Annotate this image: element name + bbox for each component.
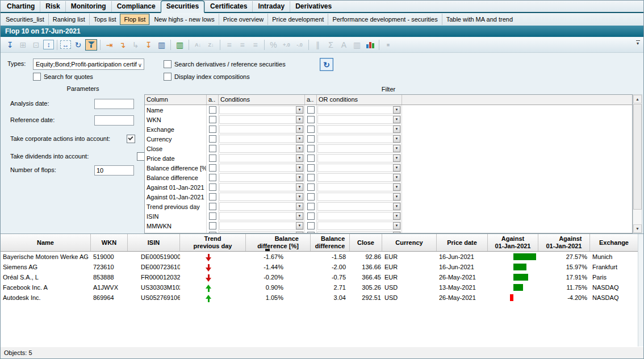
filter-row-column-label[interactable]: WKN <box>145 115 207 124</box>
column-header-trend[interactable]: Trend previous day <box>180 234 246 251</box>
tab-certificates[interactable]: Certificates <box>204 1 252 12</box>
filter-or-checkbox[interactable] <box>307 135 315 143</box>
chevron-down-icon[interactable]: ▼ <box>296 183 303 191</box>
column-header-isin[interactable]: ISIN <box>128 234 180 251</box>
chevron-down-icon[interactable]: ▼ <box>296 126 303 133</box>
tab-intraday[interactable]: Intraday <box>252 1 290 12</box>
filter-and-checkbox[interactable] <box>209 145 216 152</box>
filter-or-condition-select[interactable]: ▼ <box>317 144 401 153</box>
display-index-checkbox[interactable] <box>164 73 172 81</box>
chevron-down-icon[interactable]: ▼ <box>296 212 303 220</box>
chevron-down-icon[interactable]: ▼ <box>393 212 400 220</box>
column-header-name[interactable]: Name <box>1 234 91 251</box>
tab-derivatives[interactable]: Derivatives <box>290 1 337 12</box>
filter-or-checkbox[interactable] <box>307 193 315 201</box>
filter-or-condition-select[interactable]: ▼ <box>317 135 401 143</box>
chart-icon[interactable] <box>364 39 376 51</box>
column-header-balance-difference-pct[interactable]: Balance difference [%] <box>246 234 311 251</box>
filter-condition-select[interactable]: ▼ <box>219 193 304 201</box>
tab-charting[interactable]: Charting <box>2 1 40 12</box>
insert-row-icon[interactable]: ↴ <box>116 39 128 51</box>
filter-or-condition-select[interactable]: ▼ <box>317 212 401 220</box>
filter-row-column-label[interactable]: Close <box>145 144 207 153</box>
export-icon[interactable]: ↧ <box>4 39 16 51</box>
search-derivatives-checkbox[interactable] <box>164 60 172 68</box>
fit-height-icon[interactable]: ↕ <box>43 40 54 49</box>
column-header-against-pct[interactable]: Against 01-Jan-2021 <box>538 234 590 251</box>
filter-or-condition-select[interactable]: ▼ <box>317 193 401 201</box>
filter-or-checkbox[interactable] <box>307 145 315 152</box>
filter-condition-select[interactable]: ▼ <box>219 125 304 133</box>
filter-row-column-label[interactable]: MMWKN <box>145 221 207 231</box>
filter-and-checkbox[interactable] <box>209 193 216 201</box>
tab-securities[interactable]: Securities <box>161 1 204 13</box>
sort-insert-icon[interactable]: ↧ <box>143 39 154 51</box>
filter-row-column-label[interactable]: Against 01-Jan-2021 <box>145 182 207 192</box>
subtab-ranking-list[interactable]: Ranking list <box>48 14 89 25</box>
filter-condition-select[interactable]: ▼ <box>219 222 304 230</box>
chevron-down-icon[interactable]: ▼ <box>393 135 400 143</box>
filter-and-checkbox[interactable] <box>209 155 216 162</box>
filter-or-checkbox[interactable] <box>307 183 315 191</box>
analysis-date-field[interactable] <box>94 99 134 109</box>
table-row[interactable]: Siemens AG 723610 DE0007236101 -1.44% -2… <box>1 262 638 272</box>
column-header-against-bar[interactable]: Against 01-Jan-2021 <box>488 234 538 251</box>
filter-icon[interactable] <box>85 39 97 51</box>
filter-and-checkbox[interactable] <box>209 106 216 114</box>
filter-and-checkbox[interactable] <box>209 164 216 172</box>
column-header-currency[interactable]: Currency <box>382 234 437 251</box>
filter-and-checkbox[interactable] <box>209 203 216 210</box>
filter-or-condition-select[interactable]: ▼ <box>317 164 401 172</box>
number-of-flops-field[interactable]: 10 <box>94 165 134 176</box>
filter-row-column-label[interactable]: Name <box>145 105 207 115</box>
filter-or-checkbox[interactable] <box>307 212 315 220</box>
table-row[interactable]: Autodesk Inc. 869964 US0527691069 1.05% … <box>1 293 638 303</box>
filter-and-checkbox[interactable] <box>209 212 216 220</box>
subtab-performance-development-securities[interactable]: Performance development - securities <box>328 14 441 25</box>
filter-row-column-label[interactable]: Balance difference <box>145 173 207 182</box>
filter-row-column-label[interactable]: Price date <box>145 153 207 163</box>
filter-condition-select[interactable]: ▼ <box>219 212 304 220</box>
column-header-close[interactable]: Close <box>350 234 382 251</box>
filter-and-checkbox[interactable] <box>209 126 216 133</box>
scrollbar-thumb[interactable] <box>633 104 642 210</box>
refresh-icon[interactable]: ↻ <box>72 39 84 51</box>
filter-or-checkbox[interactable] <box>307 203 315 210</box>
chevron-down-icon[interactable]: ▼ <box>296 106 303 114</box>
filter-or-condition-select[interactable]: ▼ <box>317 173 401 182</box>
table-row[interactable]: Facebook Inc. A A1JWVX US30303M1027 0.90… <box>1 282 638 293</box>
subtab-securities-list[interactable]: Securities_list <box>2 14 48 25</box>
tab-risk[interactable]: Risk <box>40 1 65 12</box>
chevron-down-icon[interactable]: ▼ <box>393 145 400 152</box>
chevron-down-icon[interactable]: ▼ <box>296 193 303 201</box>
filter-scrollbar[interactable]: ▲ ▼ <box>633 94 642 233</box>
filter-or-checkbox[interactable] <box>307 174 315 181</box>
reference-date-field[interactable] <box>94 115 134 126</box>
filter-condition-select[interactable]: ▼ <box>219 183 304 191</box>
subtab-price-development[interactable]: Price development <box>267 14 328 25</box>
filter-or-checkbox[interactable] <box>307 106 315 114</box>
chevron-down-icon[interactable]: ▼ <box>296 203 303 210</box>
filter-row-column-label[interactable]: Exchange <box>145 124 207 134</box>
chevron-down-icon[interactable]: ∨ <box>138 60 142 70</box>
subtab-table-with-ma-and-trend[interactable]: Table with MA and trend <box>442 14 517 25</box>
column-header-exchange[interactable]: Exchange <box>590 234 638 251</box>
filter-condition-select[interactable]: ▼ <box>219 135 304 143</box>
types-select[interactable]: Equity;Bond;Profit-participation certif … <box>33 59 144 70</box>
table-row[interactable]: Bayerische Motoren Werke AG 519000 DE000… <box>1 252 638 262</box>
histogram-column-icon[interactable]: ▥ <box>156 39 168 51</box>
filter-condition-select[interactable]: ▼ <box>219 144 304 153</box>
column-header-price-date[interactable]: Price date <box>437 234 488 251</box>
filter-and-checkbox[interactable] <box>209 183 216 191</box>
filter-or-condition-select[interactable]: ▼ <box>317 222 401 230</box>
filter-and-checkbox[interactable] <box>209 174 216 181</box>
chevron-down-icon[interactable]: ▼ <box>393 126 400 133</box>
search-quotes-checkbox[interactable] <box>33 73 41 81</box>
chevron-down-icon[interactable]: ▼ <box>393 116 400 123</box>
filter-row-column-label[interactable]: ISIN <box>145 211 207 221</box>
filter-row-column-label[interactable]: Currency <box>145 134 207 144</box>
chevron-down-icon[interactable]: ▼ <box>393 155 400 162</box>
filter-or-condition-select[interactable]: ▼ <box>317 125 401 133</box>
chevron-down-icon[interactable]: ▼ <box>296 174 303 181</box>
filter-and-checkbox[interactable] <box>209 116 216 123</box>
